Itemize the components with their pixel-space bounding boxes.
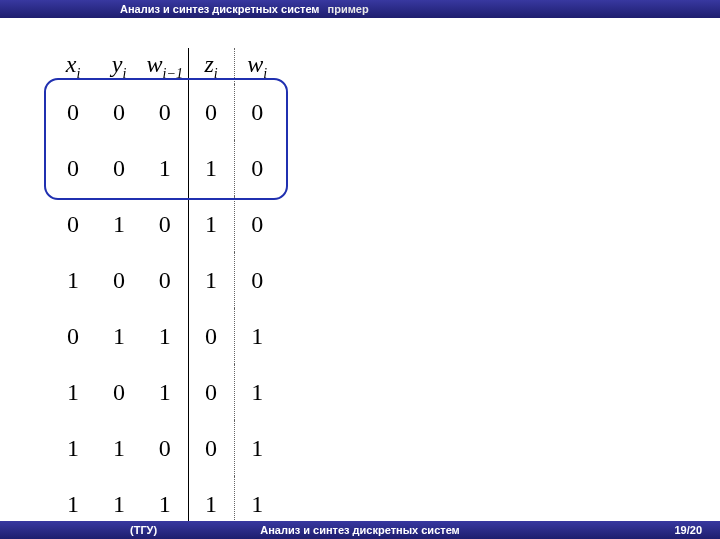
table-cell: 0 (188, 308, 234, 364)
truth-table-grid: xi yi wi−1 zi wi 00000001100101010010011… (50, 48, 280, 532)
footer-right: 19/20 (674, 524, 702, 536)
table-cell: 0 (96, 364, 142, 420)
footer-bar: (ТГУ) Анализ и синтез дискретных систем … (0, 521, 720, 539)
table-cell: 0 (234, 252, 280, 308)
table-cell: 1 (234, 308, 280, 364)
table-cell: 0 (96, 140, 142, 196)
content-area: xi yi wi−1 zi wi 00000001100101010010011… (0, 18, 720, 536)
col-header-yi: yi (96, 48, 142, 84)
table-cell: 0 (50, 308, 96, 364)
table-cell: 0 (96, 84, 142, 140)
table-cell: 0 (50, 84, 96, 140)
table-cell: 1 (96, 420, 142, 476)
table-cell: 1 (96, 308, 142, 364)
table-cell: 0 (188, 364, 234, 420)
table-cell: 0 (96, 252, 142, 308)
footer-left: (ТГУ) (0, 524, 157, 536)
table-cell: 1 (142, 308, 188, 364)
table-cell: 1 (188, 252, 234, 308)
table-row: 01010 (50, 196, 280, 252)
header-subtitle: пример (328, 3, 369, 15)
table-row: 00000 (50, 84, 280, 140)
table-cell: 0 (234, 196, 280, 252)
col-header-wi1: wi−1 (142, 48, 188, 84)
table-cell: 1 (234, 364, 280, 420)
table-cell: 1 (142, 140, 188, 196)
footer-center: Анализ и синтез дискретных систем (260, 524, 460, 536)
table-cell: 1 (50, 252, 96, 308)
truth-table: xi yi wi−1 zi wi 00000001100101010010011… (50, 48, 280, 532)
table-cell: 1 (50, 364, 96, 420)
table-cell: 0 (50, 140, 96, 196)
table-cell: 1 (188, 140, 234, 196)
table-cell: 0 (234, 140, 280, 196)
table-cell: 0 (142, 84, 188, 140)
table-cell: 0 (50, 196, 96, 252)
table-cell: 0 (188, 84, 234, 140)
table-cell: 1 (50, 420, 96, 476)
table-cell: 1 (188, 196, 234, 252)
table-row: 10101 (50, 364, 280, 420)
table-cell: 1 (142, 364, 188, 420)
table-cell: 1 (234, 420, 280, 476)
table-cell: 0 (142, 252, 188, 308)
col-header-zi: zi (188, 48, 234, 84)
table-cell: 1 (96, 196, 142, 252)
header-title: Анализ и синтез дискретных систем (120, 3, 320, 15)
table-row: 10010 (50, 252, 280, 308)
table-cell: 0 (142, 420, 188, 476)
table-cell: 0 (188, 420, 234, 476)
col-header-xi: xi (50, 48, 96, 84)
table-row: 00110 (50, 140, 280, 196)
header-bar: Анализ и синтез дискретных систем пример (0, 0, 720, 18)
table-cell: 0 (234, 84, 280, 140)
table-body: 0000000110010101001001101101011100111111 (50, 84, 280, 532)
table-header-row: xi yi wi−1 zi wi (50, 48, 280, 84)
col-header-wi: wi (234, 48, 280, 84)
table-cell: 0 (142, 196, 188, 252)
table-row: 11001 (50, 420, 280, 476)
table-row: 01101 (50, 308, 280, 364)
